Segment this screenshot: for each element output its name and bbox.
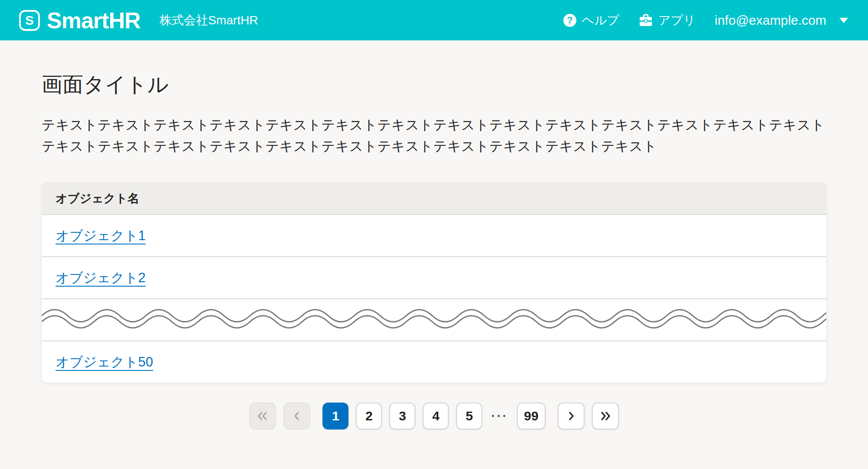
page-button-1[interactable]: 1 (322, 403, 349, 429)
first-page-button (249, 403, 276, 429)
apps-link[interactable]: アプリ (638, 12, 696, 29)
table-row: オブジェクト2 (42, 256, 826, 298)
help-icon: ? (563, 13, 577, 27)
object-table: オブジェクト名 オブジェクト1 オブジェクト2 オブジェクト50 (42, 183, 826, 383)
smarthr-logo[interactable]: S SmartHR (19, 9, 141, 32)
table-row: オブジェクト1 (42, 214, 826, 256)
page-button-99[interactable]: 99 (517, 403, 545, 429)
pagination: 1 2 3 4 5 ··· 99 (42, 403, 826, 429)
page-button-2[interactable]: 2 (356, 403, 382, 429)
page-button-4[interactable]: 4 (423, 403, 449, 429)
column-header-label: オブジェクト名 (56, 191, 139, 206)
chevron-down-icon (839, 18, 848, 23)
wavy-line-icon (42, 306, 826, 334)
page-description: テキストテキストテキストテキストテキストテキストテキストテキストテキストテキスト… (42, 114, 826, 157)
omitted-rows-divider (42, 298, 826, 340)
page-button-5[interactable]: 5 (456, 403, 482, 429)
account-email: info@example.com (715, 13, 826, 28)
account-menu[interactable]: info@example.com (715, 13, 848, 28)
apps-label: アプリ (658, 12, 696, 29)
table-row: オブジェクト50 (42, 340, 826, 383)
last-page-button[interactable] (592, 403, 619, 429)
object-link-50[interactable]: オブジェクト50 (56, 353, 153, 371)
smarthr-wordmark: SmartHR (47, 9, 141, 32)
help-link[interactable]: ? ヘルプ (563, 12, 619, 29)
logo-letter: S (25, 14, 34, 27)
object-link-2[interactable]: オブジェクト2 (56, 269, 146, 287)
help-label: ヘルプ (582, 12, 619, 29)
smarthr-logo-icon: S (19, 10, 40, 31)
apps-icon (638, 13, 653, 27)
chevron-left-icon (290, 410, 303, 423)
page-title: 画面タイトル (42, 71, 826, 99)
next-page-button[interactable] (558, 403, 585, 429)
double-chevron-right-icon (599, 410, 612, 423)
app-header: S SmartHR 株式会社SmartHR ? ヘルプ アプリ info@exa… (0, 0, 868, 40)
svg-text:?: ? (567, 15, 572, 26)
double-chevron-left-icon (256, 410, 269, 423)
chevron-right-icon (565, 410, 578, 423)
pagination-ellipsis: ··· (490, 409, 510, 423)
company-name: 株式会社SmartHR (160, 12, 258, 29)
prev-page-button (283, 403, 310, 429)
main-content: 画面タイトル テキストテキストテキストテキストテキストテキストテキストテキストテ… (0, 71, 868, 429)
object-link-1[interactable]: オブジェクト1 (56, 227, 146, 245)
page-button-3[interactable]: 3 (389, 403, 415, 429)
table-column-header: オブジェクト名 (42, 183, 826, 214)
